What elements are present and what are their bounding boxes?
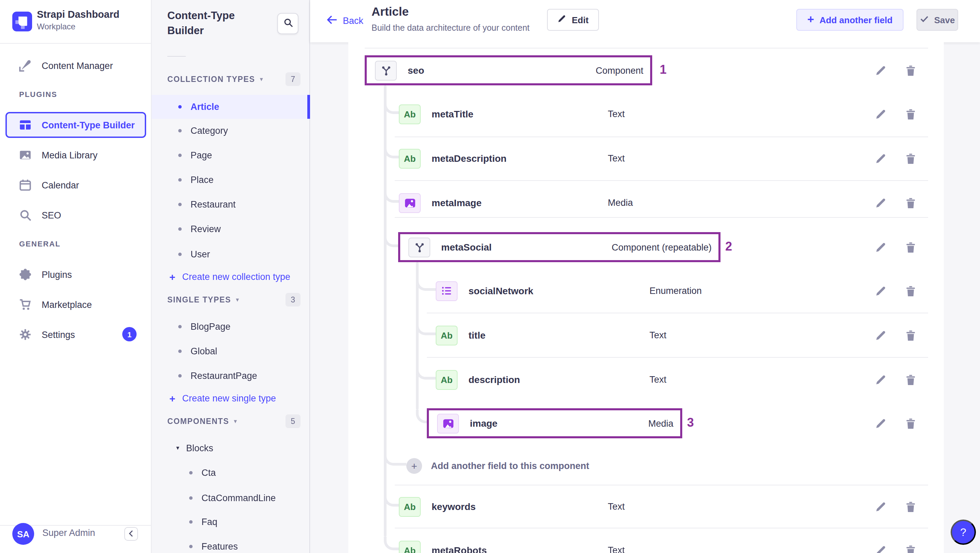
edit-field-button[interactable] — [874, 108, 886, 120]
edit-field-button[interactable] — [874, 197, 886, 209]
item-label: Page — [191, 150, 212, 160]
add-another-field-button[interactable]: + Add another field — [796, 9, 904, 31]
item-label: Blocks — [186, 443, 213, 453]
delete-field-button[interactable] — [904, 544, 916, 553]
single-type-restaurantpage[interactable]: RestaurantPage — [178, 367, 257, 385]
field-type: Text — [649, 375, 667, 385]
collection-type-page[interactable]: Page — [178, 146, 212, 164]
collection-type-review[interactable]: Review — [178, 220, 221, 238]
component-features[interactable]: Features — [189, 537, 238, 553]
row-divider — [395, 180, 928, 181]
delete-field-button[interactable] — [904, 417, 916, 429]
field-row-image[interactable]: image Media — [427, 408, 682, 438]
create-collection-type-link[interactable]: +Create new collection type — [169, 268, 290, 285]
section-single-types[interactable]: SINGLE TYPES ▾ — [167, 291, 239, 308]
workspace-name: Workplace — [37, 22, 75, 32]
text-field-icon: Ab — [399, 104, 421, 124]
plus-circle-icon[interactable]: + — [406, 458, 422, 474]
delete-field-button[interactable] — [904, 501, 916, 513]
delete-field-button[interactable] — [904, 64, 916, 76]
builder-title: Content-Type Builder — [167, 8, 263, 38]
row-actions — [874, 373, 916, 386]
settings-notification-badge: 1 — [122, 327, 137, 342]
sidebar-item-content-type-builder[interactable]: Content-Type Builder — [5, 112, 146, 138]
sidebar-item-media-library[interactable]: Media Library — [19, 146, 98, 164]
sidebar-item-seo[interactable]: SEO — [19, 206, 61, 224]
user-avatar[interactable]: SA — [12, 523, 34, 545]
field-row-title[interactable]: Ab title Text — [436, 320, 914, 350]
component-ctacommandline[interactable]: CtaCommandLine — [189, 489, 276, 507]
field-row-metaTitle[interactable]: Ab metaTitle Text — [399, 99, 877, 129]
field-row-description[interactable]: Ab description Text — [436, 365, 914, 395]
edit-field-button[interactable] — [874, 544, 886, 553]
add-component-field-row[interactable]: + Add another field to this component — [406, 451, 589, 481]
component-icon — [375, 60, 397, 80]
field-row-metaSocial[interactable]: metaSocial Component (repeatable) — [398, 232, 721, 262]
calendar-icon — [19, 179, 32, 191]
field-row-metaDescription[interactable]: Ab metaDescription Text — [399, 143, 877, 173]
delete-field-button[interactable] — [904, 285, 916, 297]
app-title: Strapi Dashboard — [37, 9, 119, 20]
edit-field-button[interactable] — [874, 329, 886, 342]
back-button[interactable]: Back — [326, 14, 363, 27]
bullet-icon — [178, 153, 182, 157]
collection-type-user[interactable]: User — [178, 245, 210, 263]
collapse-sidebar-button[interactable] — [124, 527, 138, 541]
bullet-icon — [178, 178, 182, 181]
delete-field-button[interactable] — [904, 108, 916, 120]
edit-button[interactable]: Edit — [547, 9, 599, 31]
section-label: SINGLE TYPES — [167, 296, 231, 304]
field-row-metaImage[interactable]: metaImage Media — [399, 188, 877, 218]
single-type-global[interactable]: Global — [178, 342, 217, 360]
edit-field-button[interactable] — [874, 417, 886, 429]
field-name: description — [468, 374, 520, 385]
field-row-seo[interactable]: seo Component — [365, 55, 652, 85]
edit-field-button[interactable] — [874, 285, 886, 297]
delete-field-button[interactable] — [904, 197, 916, 209]
component-group-blocks[interactable]: ▾Blocks — [176, 439, 213, 457]
field-row-keywords[interactable]: Ab keywords Text — [399, 491, 877, 521]
component-faq[interactable]: Faq — [189, 513, 218, 531]
create-single-type-link[interactable]: +Create new single type — [169, 389, 276, 407]
collection-type-category[interactable]: Category — [178, 122, 228, 139]
delete-field-button[interactable] — [904, 241, 916, 253]
section-components[interactable]: COMPONENTS ▾ — [167, 412, 238, 430]
field-row-socialNetwork[interactable]: socialNetwork Enumeration — [436, 276, 914, 306]
delete-field-button[interactable] — [904, 329, 916, 342]
single-type-blogpage[interactable]: BlogPage — [178, 318, 231, 335]
add-field-label: Add another field — [819, 15, 892, 25]
help-button[interactable]: ? — [951, 520, 976, 545]
search-button[interactable] — [277, 13, 298, 34]
sidebar-item-marketplace[interactable]: Marketplace — [19, 296, 92, 313]
sidebar-item-settings[interactable]: Settings — [19, 326, 75, 343]
annotation-number-1: 1 — [660, 63, 667, 77]
edit-field-button[interactable] — [874, 64, 886, 76]
collection-type-article[interactable]: Article — [178, 98, 219, 115]
item-label: Cta — [202, 467, 216, 478]
collection-type-place[interactable]: Place — [178, 171, 214, 188]
delete-field-button[interactable] — [904, 152, 916, 165]
save-button[interactable]: Save — [916, 9, 958, 31]
item-label: Category — [191, 125, 228, 135]
tree-branch — [384, 537, 399, 550]
sidebar-item-calendar[interactable]: Calendar — [19, 176, 79, 194]
edit-field-button[interactable] — [874, 501, 886, 513]
component-icon — [408, 237, 430, 257]
sidebar-item-content-manager[interactable]: Content Manager — [19, 57, 113, 75]
sidebar-item-plugins[interactable]: Plugins — [19, 265, 72, 283]
item-label: BlogPage — [191, 321, 231, 332]
delete-field-button[interactable] — [904, 373, 916, 386]
edit-field-button[interactable] — [874, 241, 886, 253]
picture-icon — [19, 149, 32, 161]
field-row-metaRobots[interactable]: Ab metaRobots Text — [399, 535, 877, 553]
edit-field-button[interactable] — [874, 373, 886, 386]
row-divider — [395, 485, 928, 485]
component-cta[interactable]: Cta — [189, 464, 216, 481]
section-label: COLLECTION TYPES — [167, 75, 255, 83]
row-actions — [874, 108, 916, 120]
collection-type-restaurant[interactable]: Restaurant — [178, 195, 235, 213]
section-collection-types[interactable]: COLLECTION TYPES ▾ — [167, 70, 264, 88]
edit-field-button[interactable] — [874, 152, 886, 165]
field-type: Enumeration — [649, 286, 702, 296]
single-types-count: 3 — [285, 293, 301, 307]
